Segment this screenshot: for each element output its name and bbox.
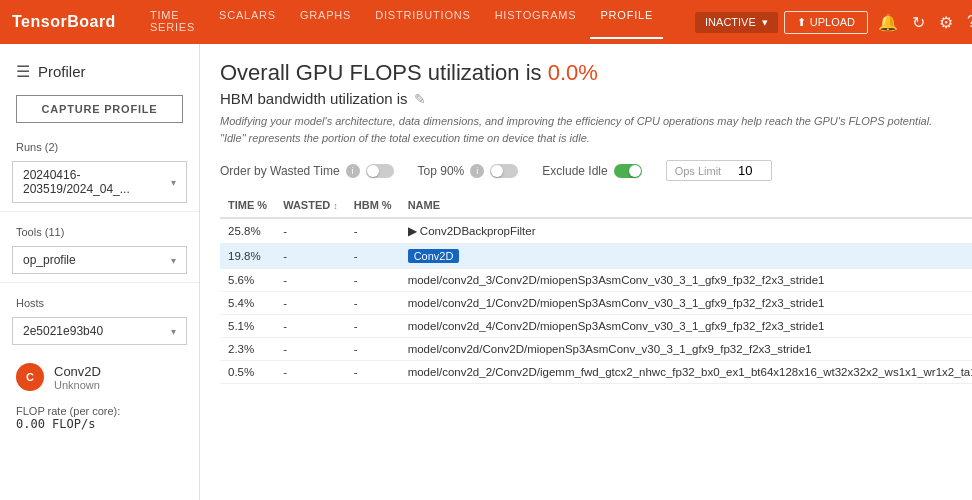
nav-items: TIME SERIES SCALARS GRAPHS DISTRIBUTIONS… <box>140 5 663 39</box>
name-cell: Conv2D <box>400 244 972 269</box>
time-cell: 5.6% <box>220 269 275 292</box>
chevron-down-icon: ▾ <box>171 177 176 188</box>
tools-label: Tools (11) <box>0 220 199 242</box>
hbm-pct-cell: - <box>346 361 400 384</box>
name-cell: ▶ Conv2DBackpropFilter <box>400 218 972 244</box>
flop-rate-value: 0.00 FLOP/s <box>0 417 199 439</box>
time-cell: 25.8% <box>220 218 275 244</box>
chevron-down-icon: ▾ <box>171 326 176 337</box>
table-row[interactable]: 0.5% - - model/conv2d_2/Conv2D/igemm_fwd… <box>220 361 972 384</box>
time-cell: 5.1% <box>220 315 275 338</box>
hbm-pct-cell: - <box>346 244 400 269</box>
tools-value: op_profile <box>23 253 76 267</box>
profile-table: TIME % WASTED ↕ HBM % NAME TENSORFLOW OP… <box>220 193 972 384</box>
ops-limit-label: Ops Limit <box>675 165 721 177</box>
nav-graphs[interactable]: GRAPHS <box>290 5 361 39</box>
wasted-cell: - <box>275 292 346 315</box>
table-row[interactable]: 25.8% - - ▶ Conv2DBackpropFilter - 0.0% … <box>220 218 972 244</box>
wasted-cell: - <box>275 361 346 384</box>
name-cell: model/conv2d_4/Conv2D/miopenSp3AsmConv_v… <box>400 315 972 338</box>
nav-distributions[interactable]: DISTRIBUTIONS <box>365 5 480 39</box>
gpu-title: Overall GPU FLOPS utilization is 0.0% <box>220 60 952 86</box>
nav-right: INACTIVE ▾ ⬆ UPLOAD 🔔 ↻ ⚙ ? <box>695 9 972 36</box>
exclude-idle-label: Exclude Idle <box>542 164 607 178</box>
nav-profile[interactable]: PROFILE <box>590 5 663 39</box>
description-text: Modifying your model's architecture, dat… <box>220 113 952 146</box>
sidebar: ☰ Profiler CAPTURE PROFILE Runs (2) 2024… <box>0 44 200 500</box>
hbm-pct-cell: - <box>346 338 400 361</box>
conv2d-badge: Conv2D <box>408 249 460 263</box>
table-row[interactable]: 5.1% - - model/conv2d_4/Conv2D/miopenSp3… <box>220 315 972 338</box>
settings-icon[interactable]: ⚙ <box>935 9 957 36</box>
chevron-down-icon: ▾ <box>762 16 768 29</box>
table-row[interactable]: 5.6% - - model/conv2d_3/Conv2D/miopenSp3… <box>220 269 972 292</box>
table-row[interactable]: 5.4% - - model/conv2d_1/Conv2D/miopenSp3… <box>220 292 972 315</box>
runs-value: 20240416-203519/2024_04_... <box>23 168 171 196</box>
exclude-idle-group: Exclude Idle <box>542 164 641 178</box>
nav-time-series[interactable]: TIME SERIES <box>140 5 205 39</box>
help-icon[interactable]: ? <box>963 9 972 35</box>
tools-dropdown[interactable]: op_profile ▾ <box>12 246 187 274</box>
order-group: Order by Wasted Time i <box>220 164 394 178</box>
name-cell: model/conv2d_1/Conv2D/miopenSp3AsmConv_v… <box>400 292 972 315</box>
top-nav: TensorBoard TIME SERIES SCALARS GRAPHS D… <box>0 0 972 44</box>
app-logo: TensorBoard <box>12 13 116 31</box>
hbm-pct-cell: - <box>346 292 400 315</box>
nav-scalars[interactable]: SCALARS <box>209 5 286 39</box>
table-header: TIME % WASTED ↕ HBM % NAME TENSORFLOW OP… <box>220 193 972 218</box>
conv2d-icon: C <box>16 363 44 391</box>
nav-histograms[interactable]: HISTOGRAMS <box>485 5 587 39</box>
profiler-label: Profiler <box>38 63 86 80</box>
conv2d-item: C Conv2D Unknown <box>0 353 199 401</box>
table-row[interactable]: 2.3% - - model/conv2d/Conv2D/miopenSp3As… <box>220 338 972 361</box>
top90-group: Top 90% i <box>418 164 519 178</box>
col-name: NAME <box>400 193 972 218</box>
host-dropdown[interactable]: 2e5021e93b40 ▾ <box>12 317 187 345</box>
order-label: Order by Wasted Time <box>220 164 340 178</box>
inactive-button[interactable]: INACTIVE ▾ <box>695 12 778 33</box>
wasted-cell: - <box>275 338 346 361</box>
top90-toggle[interactable] <box>490 164 518 178</box>
host-value: 2e5021e93b40 <box>23 324 103 338</box>
top90-info-icon[interactable]: i <box>470 164 484 178</box>
col-wasted[interactable]: WASTED ↕ <box>275 193 346 218</box>
top90-label: Top 90% <box>418 164 465 178</box>
main-content: Overall GPU FLOPS utilization is 0.0% HB… <box>200 44 972 500</box>
hosts-label: Hosts <box>0 291 199 313</box>
exclude-idle-toggle[interactable] <box>614 164 642 178</box>
conv2d-sub: Unknown <box>54 379 101 391</box>
time-cell: 5.4% <box>220 292 275 315</box>
ops-limit-input[interactable] <box>727 163 763 178</box>
time-cell: 0.5% <box>220 361 275 384</box>
wasted-cell: - <box>275 244 346 269</box>
name-cell: model/conv2d_3/Conv2D/miopenSp3AsmConv_v… <box>400 269 972 292</box>
controls-row: Order by Wasted Time i Top 90% i Exclude… <box>220 160 952 181</box>
name-cell: model/conv2d_2/Conv2D/igemm_fwd_gtcx2_nh… <box>400 361 972 384</box>
name-cell: model/conv2d/Conv2D/miopenSp3AsmConv_v30… <box>400 338 972 361</box>
col-hbm: HBM % <box>346 193 400 218</box>
time-cell: 2.3% <box>220 338 275 361</box>
runs-dropdown[interactable]: 20240416-203519/2024_04_... ▾ <box>12 161 187 203</box>
hbm-pct-cell: - <box>346 218 400 244</box>
conv2d-name: Conv2D <box>54 364 101 379</box>
capture-profile-button[interactable]: CAPTURE PROFILE <box>16 95 183 123</box>
table-row[interactable]: 19.8% - - Conv2D - 0.0% - <box>220 244 972 269</box>
order-toggle[interactable] <box>366 164 394 178</box>
col-time: TIME % <box>220 193 275 218</box>
edit-icon[interactable]: ✎ <box>414 91 426 107</box>
hamburger-icon[interactable]: ☰ <box>16 62 30 81</box>
notifications-icon[interactable]: 🔔 <box>874 9 902 36</box>
hbm-row: HBM bandwidth utilization is ✎ <box>220 90 952 107</box>
chevron-down-icon: ▾ <box>171 255 176 266</box>
upload-button[interactable]: ⬆ UPLOAD <box>784 11 868 34</box>
wasted-cell: - <box>275 315 346 338</box>
ops-limit-group: Ops Limit <box>666 160 772 181</box>
sidebar-header: ☰ Profiler <box>0 52 199 91</box>
order-info-icon[interactable]: i <box>346 164 360 178</box>
hbm-pct-cell: - <box>346 269 400 292</box>
refresh-icon[interactable]: ↻ <box>908 9 929 36</box>
runs-label: Runs (2) <box>0 135 199 157</box>
flop-rate-label: FLOP rate (per core): <box>0 401 199 417</box>
time-cell: 19.8% <box>220 244 275 269</box>
wasted-cell: - <box>275 218 346 244</box>
